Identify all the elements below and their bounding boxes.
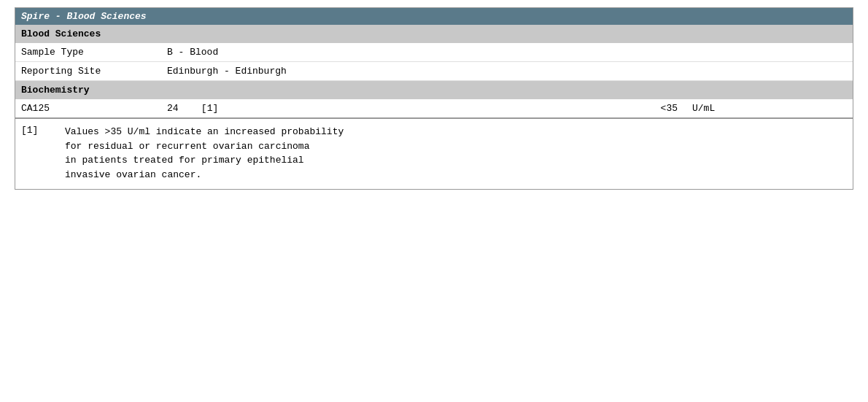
reporting-site-row: Reporting Site Edinburgh - Edinburgh <box>15 62 853 81</box>
footnote-1-text: Values >35 U/ml indicate an increased pr… <box>65 125 344 182</box>
blood-sciences-label: Blood Sciences <box>21 28 101 39</box>
footnote-1-ref: [1] <box>21 125 65 136</box>
footnote-area: [1] Values >35 U/ml indicate an increase… <box>15 119 853 189</box>
ca125-value: 24 [1] <box>167 103 605 114</box>
reporting-site-label: Reporting Site <box>21 66 167 77</box>
ca125-unit: U/mL <box>692 103 765 114</box>
sample-type-label: Sample Type <box>21 47 167 58</box>
ca125-numeric: 24 <box>167 103 179 114</box>
report-header: Spire - Blood Sciences <box>15 8 853 25</box>
ca125-range: <35 <box>605 103 692 114</box>
sample-type-row: Sample Type B - Blood <box>15 43 853 62</box>
biochemistry-section-header: Biochemistry <box>15 81 853 99</box>
biochemistry-label: Biochemistry <box>21 85 90 96</box>
ca125-result-row: CA125 24 [1] <35 U/mL <box>15 99 853 118</box>
reporting-site-value: Edinburgh - Edinburgh <box>167 66 847 77</box>
report-title: Spire - Blood Sciences <box>21 11 147 22</box>
sample-type-value: B - Blood <box>167 47 847 58</box>
ca125-flag: [1] <box>201 103 218 114</box>
footnote-1-row: [1] Values >35 U/ml indicate an increase… <box>21 125 847 182</box>
ca125-test-name: CA125 <box>21 103 167 114</box>
blood-sciences-section-header: Blood Sciences <box>15 25 853 43</box>
report-container: Spire - Blood Sciences Blood Sciences Sa… <box>15 7 853 190</box>
